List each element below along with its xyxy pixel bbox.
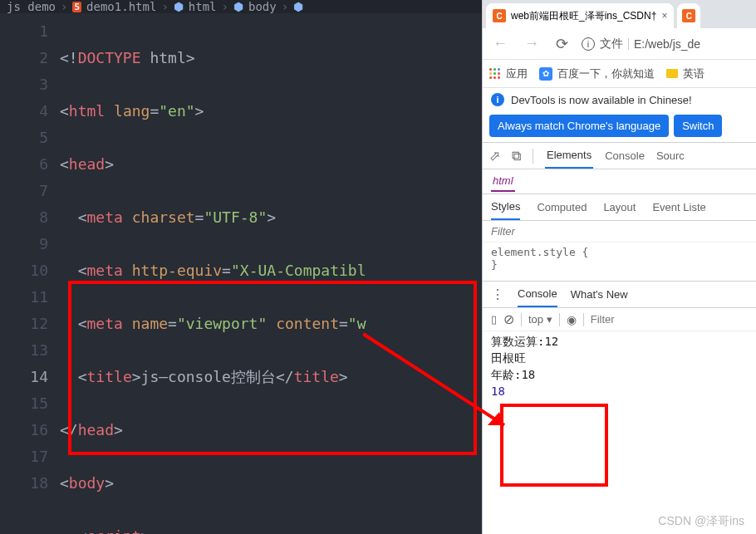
context-selector[interactable]: top ▾ xyxy=(528,313,552,326)
devtools-tabs: ⬀ ⧉ Elements Console Sourc xyxy=(483,143,756,169)
styles-tabs: Styles Computed Layout Event Liste xyxy=(483,194,756,221)
line-no: 12 xyxy=(0,311,48,337)
console-toolbar: ▯ ⊘ top ▾ ◉ xyxy=(483,308,756,331)
addr-file-label: 文件 xyxy=(600,37,623,51)
crumb-body[interactable]: body xyxy=(248,0,277,13)
addr-path: E:/web/js_de xyxy=(634,37,700,51)
line-no: 13 xyxy=(0,337,48,364)
watermark: CSDN @泽哥ins xyxy=(658,514,744,529)
chevron-right-icon: › xyxy=(222,0,228,13)
paw-icon: ✿ xyxy=(539,67,552,81)
line-no: 4 xyxy=(0,98,48,125)
console-row: 田根旺 xyxy=(491,350,748,366)
tab-computed[interactable]: Computed xyxy=(537,201,587,213)
line-no: 6 xyxy=(0,151,48,178)
match-language-button[interactable]: Always match Chrome's language xyxy=(489,115,669,137)
device-icon[interactable]: ⧉ xyxy=(512,149,521,164)
styles-filter-input[interactable] xyxy=(491,225,631,238)
tab-sources[interactable]: Sourc xyxy=(656,149,685,162)
cube-icon: ⬢ xyxy=(174,0,184,13)
line-no: 16 xyxy=(0,417,48,443)
line-no: 3 xyxy=(0,71,48,98)
drawer-tab-whatsnew[interactable]: What's New xyxy=(571,288,628,301)
reload-button[interactable]: ⟳ xyxy=(552,35,572,53)
cube-icon: ⬢ xyxy=(233,0,243,13)
line-no: 10 xyxy=(0,257,48,284)
tab-favicon-icon: C xyxy=(493,9,506,22)
console-row: 年龄:18 xyxy=(491,366,748,383)
crumb-file[interactable]: demo1.html xyxy=(86,0,156,13)
lang-buttons: Always match Chrome's language Switch xyxy=(483,111,756,142)
forward-button[interactable]: → xyxy=(521,35,542,52)
console-filter-input[interactable] xyxy=(591,313,730,326)
browser-window: C web前端田根旺_泽哥ins_CSDN† × C ← → ⟳ i 文件 E:… xyxy=(482,0,756,534)
line-no: 2 xyxy=(0,45,48,71)
back-button[interactable]: ← xyxy=(489,35,511,52)
apps-button[interactable]: 应用 xyxy=(489,66,528,81)
tab-event-listeners[interactable]: Event Liste xyxy=(652,201,705,213)
breadcrumb: js_demo › 5 demo1.html › ⬢ html › ⬢ body… xyxy=(0,0,482,13)
code-editor: js_demo › 5 demo1.html › ⬢ html › ⬢ body… xyxy=(0,0,482,534)
info-text: DevTools is now available in Chinese! xyxy=(511,94,692,106)
cube-icon: ⬢ xyxy=(293,0,303,13)
html-file-icon: 5 xyxy=(72,2,81,12)
styles-pane[interactable]: element.style { } xyxy=(483,243,756,274)
crumb-folder[interactable]: js_demo xyxy=(7,0,56,13)
console-row: 18 xyxy=(491,383,748,399)
styles-filter xyxy=(483,221,756,243)
code-area: 1 2 3 4 5 6 7 8 9 10 11 12 13 14 15 16 1… xyxy=(0,13,482,534)
line-no: 1 xyxy=(0,18,48,45)
devtools-lang-info: i DevTools is now available in Chinese! xyxy=(483,88,756,111)
browser-tab[interactable]: C web前端田根旺_泽哥ins_CSDN† × xyxy=(486,3,674,28)
line-no: 8 xyxy=(0,204,48,231)
more-menu-icon[interactable]: ⋮ xyxy=(491,287,504,302)
tab-layout[interactable]: Layout xyxy=(603,201,636,213)
drawer-tabs: ⋮ Console What's New xyxy=(483,282,756,308)
folder-icon xyxy=(666,69,678,78)
bookmark-baidu[interactable]: ✿百度一下，你就知道 xyxy=(539,66,655,81)
info-icon: i xyxy=(491,93,504,106)
browser-toolbar: ← → ⟳ i 文件 E:/web/js_de xyxy=(483,28,756,60)
line-gutter: 1 2 3 4 5 6 7 8 9 10 11 12 13 14 15 16 1… xyxy=(0,13,60,534)
code-content[interactable]: <!DOCTYPE html> <html lang="en"> <head> … xyxy=(60,13,482,534)
line-no: 18 xyxy=(0,470,48,497)
live-expression-icon[interactable]: ◉ xyxy=(567,313,577,326)
browser-tab-partial[interactable]: C xyxy=(677,3,700,28)
chevron-right-icon: › xyxy=(282,0,288,13)
switch-language-button[interactable]: Switch xyxy=(674,115,722,137)
line-no-current: 14 xyxy=(0,364,48,390)
dom-crumb-html[interactable]: html xyxy=(491,171,515,192)
chevron-right-icon: › xyxy=(61,0,67,13)
tab-title: web前端田根旺_泽哥ins_CSDN† xyxy=(511,9,656,23)
devtools: ⬀ ⧉ Elements Console Sourc html Styles C… xyxy=(483,142,756,534)
tab-strip: C web前端田根旺_泽哥ins_CSDN† × C xyxy=(483,0,756,28)
chevron-right-icon: › xyxy=(161,0,168,13)
tab-elements[interactable]: Elements xyxy=(545,143,593,169)
line-no: 17 xyxy=(0,443,48,470)
tab-styles[interactable]: Styles xyxy=(491,194,520,220)
tab-favicon-icon: C xyxy=(682,9,695,22)
address-bar[interactable]: i 文件 E:/web/js_de xyxy=(582,37,749,51)
sidebar-icon[interactable]: ▯ xyxy=(491,313,497,326)
dom-breadcrumb: html xyxy=(483,169,756,194)
line-no: 15 xyxy=(0,390,48,417)
crumb-html[interactable]: html xyxy=(189,0,217,13)
line-no: 5 xyxy=(0,125,48,151)
close-icon[interactable]: × xyxy=(661,10,667,22)
inspect-icon[interactable]: ⬀ xyxy=(489,148,500,164)
line-no: 9 xyxy=(0,231,48,257)
devtools-drawer: ⋮ Console What's New ▯ ⊘ top ▾ ◉ 算数运算:12… xyxy=(483,281,756,401)
apps-grid-icon xyxy=(489,68,501,80)
drawer-tab-console[interactable]: Console xyxy=(518,282,557,307)
bookmarks-bar: 应用 ✿百度一下，你就知道 英语 xyxy=(483,60,756,88)
bookmark-folder[interactable]: 英语 xyxy=(666,66,704,81)
console-output[interactable]: 算数运算:12 田根旺 年龄:18 18 xyxy=(483,331,756,401)
site-info-icon[interactable]: i xyxy=(582,37,595,51)
line-no: 11 xyxy=(0,284,48,311)
clear-console-icon[interactable]: ⊘ xyxy=(503,311,514,327)
console-row: 算数运算:12 xyxy=(491,333,748,350)
line-no: 7 xyxy=(0,178,48,204)
tab-console[interactable]: Console xyxy=(605,149,645,162)
